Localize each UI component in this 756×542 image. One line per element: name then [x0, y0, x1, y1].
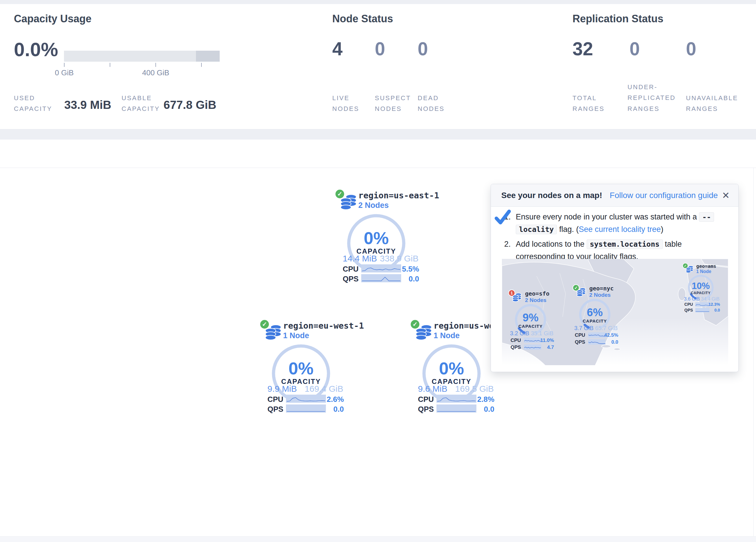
cpu-value: 11.0%	[540, 338, 554, 344]
qps-value: 0.0	[611, 339, 618, 345]
qps-label: QPS	[685, 308, 693, 313]
live-nodes-value: 4	[332, 38, 343, 60]
popup-title: See your nodes on a map!	[501, 191, 602, 200]
locality-node-count: 2 Nodes	[589, 292, 611, 298]
under-replicated-value: 0	[630, 38, 640, 60]
cpu-sparkline	[524, 338, 541, 343]
locality-widget-eu-west-1[interactable]: ✓ region=eu-west-1 1 Node 0% CAPACITY 9.…	[254, 316, 349, 416]
live-nodes-label: LIVE NODES	[332, 93, 370, 114]
qps-label: QPS	[267, 405, 283, 414]
locality-node-count: 1 Node	[283, 331, 309, 340]
section-title-replication: Replication Status	[572, 13, 663, 25]
healthy-check-icon: ✓	[572, 284, 579, 291]
cpu-sparkline	[695, 302, 709, 307]
under-replicated-label: UNDER-REPLICATED RANGES	[627, 82, 685, 114]
locality-tree-link[interactable]: See current locality tree	[579, 225, 661, 234]
cpu-label: CPU	[575, 333, 585, 338]
qps-sparkline	[588, 339, 605, 345]
cpu-sparkline	[436, 395, 476, 403]
cpu-value: 42.5%	[604, 333, 618, 338]
axis-tick	[64, 63, 65, 67]
capacity-word: CAPACITY	[682, 291, 719, 295]
usable-value: 169.4 GiB	[305, 384, 343, 394]
axis-tick	[201, 63, 202, 67]
used-value: 3.6 GiB	[684, 296, 700, 302]
cpu-sparkline	[286, 395, 326, 403]
popup-step-1: 1. Ensure every node in your cluster was…	[504, 211, 730, 236]
usable-value: 338.9 GiB	[380, 253, 419, 263]
capacity-percent: 6%	[572, 306, 617, 319]
top-strip	[0, 0, 756, 4]
cpu-label: CPU	[343, 264, 359, 274]
qps-sparkline	[695, 308, 709, 313]
capacity-percent: 0%	[254, 359, 348, 379]
section-title-capacity: Capacity Usage	[14, 13, 91, 25]
locality-widget-us-west-1[interactable]: ✓ region=us-west-1 1 Node 0% CAPACITY 9.…	[404, 316, 500, 416]
locality-label: geo=nyc	[589, 285, 614, 292]
cpu-value: 12.3%	[709, 302, 720, 307]
axis-tick	[155, 63, 156, 67]
unavailable-value: 0	[686, 38, 696, 60]
gap-strip	[0, 129, 756, 139]
suspect-nodes-label: SUSPECT NODES	[375, 93, 415, 114]
check-glyph: ✓	[337, 190, 342, 197]
node-map-page: Capacity Usage 0.0% 0 GiB 400 GiB USED C…	[0, 0, 756, 542]
capacity-percent: 0%	[329, 228, 424, 248]
capacity-word: CAPACITY	[572, 319, 617, 324]
configuration-guide-link[interactable]: Follow our configuration guide	[610, 191, 718, 200]
qps-label: QPS	[343, 275, 359, 284]
used-value: 9.9 MiB	[267, 384, 297, 394]
total-ranges-label: TOTAL RANGES	[572, 93, 616, 114]
locality-node-count: 1 Node	[696, 269, 711, 274]
dead-nodes-label: DEAD NODES	[418, 93, 455, 114]
cpu-value: 2.6%	[321, 395, 344, 404]
usable-value: 34.4 GiB	[701, 296, 720, 302]
locality-node-count: 2 Nodes	[525, 297, 546, 304]
cpu-sparkline	[361, 264, 401, 273]
cpu-label: CPU	[267, 395, 283, 404]
qps-value: 0.0	[321, 405, 344, 414]
step-text: Add locations to the	[516, 240, 584, 248]
warning-badge-icon: 1	[508, 290, 515, 297]
qps-sparkline	[361, 274, 401, 282]
code-chip: system.locations	[587, 239, 663, 249]
dead-nodes-value: 0	[418, 38, 428, 60]
used-value: 9.6 MiB	[418, 384, 447, 394]
qps-value: 0.0	[471, 405, 494, 414]
locality-label: geo=ams	[696, 263, 716, 269]
locality-label: region=us-east-1	[358, 190, 439, 200]
close-icon[interactable]: ✕	[722, 190, 730, 201]
qps-label: QPS	[575, 339, 585, 345]
capacity-bar-reserved	[196, 51, 220, 62]
healthy-check-icon: ✓	[335, 189, 345, 199]
check-glyph: ✓	[412, 321, 418, 328]
suspect-nodes-value: 0	[375, 38, 385, 60]
cpu-sparkline	[588, 333, 605, 338]
qps-value: 0.0	[396, 275, 419, 284]
cpu-label: CPU	[511, 338, 521, 344]
axis-tick-label: 400 GiB	[138, 68, 173, 77]
locality-node-count: 2 Nodes	[358, 201, 389, 210]
cpu-label: CPU	[685, 302, 693, 307]
capacity-percent: 0%	[404, 359, 499, 379]
locality-node-count: 1 Node	[434, 331, 460, 340]
bottom-strip	[0, 536, 756, 542]
map-config-popup: See your nodes on a map! Follow our conf…	[491, 184, 739, 372]
total-ranges-value: 32	[572, 38, 593, 60]
capacity-usage-percent: 0.0%	[14, 38, 58, 60]
locality-label: region=eu-west-1	[283, 321, 364, 331]
used-capacity-label: USED CAPACITY	[14, 93, 61, 114]
qps-sparkline	[436, 405, 476, 413]
locality-widget-us-east-1[interactable]: ✓ region=us-east-1 2 Nodes 0% CAPACITY 1…	[329, 186, 424, 286]
used-capacity-value: 33.9 MiB	[64, 98, 111, 111]
right-edge-divider	[753, 168, 754, 536]
qps-label: QPS	[511, 345, 521, 350]
used-value: 3.7 GiB	[574, 325, 594, 332]
capacity-percent: 9%	[508, 312, 553, 324]
check-glyph: ✓	[574, 286, 578, 290]
unavailable-label: UNAVAILABLE RANGES	[686, 93, 744, 114]
usable-value: 169.5 GiB	[455, 384, 494, 394]
check-glyph: ✓	[262, 321, 267, 328]
used-value: 3.2 GiB	[510, 330, 529, 337]
step-text: )	[661, 225, 663, 234]
